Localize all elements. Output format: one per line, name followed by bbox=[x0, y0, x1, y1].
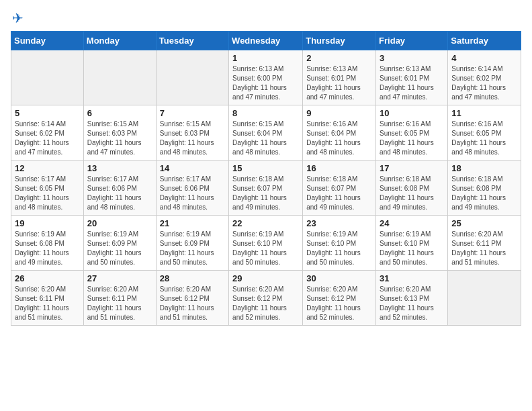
calendar-cell: 9Sunrise: 6:16 AM Sunset: 6:04 PM Daylig… bbox=[303, 105, 376, 161]
day-number: 23 bbox=[306, 218, 372, 228]
calendar-cell: 14Sunrise: 6:17 AM Sunset: 6:06 PM Dayli… bbox=[156, 161, 228, 216]
day-number: 27 bbox=[87, 273, 152, 283]
day-info: Sunrise: 6:13 AM Sunset: 6:00 PM Dayligh… bbox=[232, 64, 299, 102]
calendar-week-3: 12Sunrise: 6:17 AM Sunset: 6:05 PM Dayli… bbox=[11, 161, 521, 216]
day-number: 7 bbox=[160, 108, 225, 118]
calendar-cell: 15Sunrise: 6:18 AM Sunset: 6:07 PM Dayli… bbox=[229, 161, 303, 216]
day-info: Sunrise: 6:16 AM Sunset: 6:04 PM Dayligh… bbox=[306, 120, 372, 157]
day-number: 5 bbox=[15, 108, 80, 118]
calendar-week-5: 26Sunrise: 6:20 AM Sunset: 6:11 PM Dayli… bbox=[11, 271, 521, 326]
calendar-cell: 11Sunrise: 6:16 AM Sunset: 6:05 PM Dayli… bbox=[448, 105, 521, 161]
day-info: Sunrise: 6:16 AM Sunset: 6:05 PM Dayligh… bbox=[451, 120, 517, 157]
day-number: 2 bbox=[306, 53, 372, 63]
day-info: Sunrise: 6:19 AM Sunset: 6:10 PM Dayligh… bbox=[232, 230, 299, 267]
calendar-cell: 19Sunrise: 6:19 AM Sunset: 6:08 PM Dayli… bbox=[11, 216, 84, 271]
day-number: 9 bbox=[306, 108, 372, 118]
day-info: Sunrise: 6:20 AM Sunset: 6:12 PM Dayligh… bbox=[306, 285, 372, 322]
day-info: Sunrise: 6:20 AM Sunset: 6:11 PM Dayligh… bbox=[87, 285, 152, 322]
day-number: 26 bbox=[15, 273, 80, 283]
day-info: Sunrise: 6:18 AM Sunset: 6:08 PM Dayligh… bbox=[380, 175, 444, 212]
weekday-header-saturday: Saturday bbox=[448, 32, 521, 50]
day-number: 1 bbox=[232, 53, 299, 63]
day-number: 11 bbox=[451, 108, 517, 118]
day-info: Sunrise: 6:19 AM Sunset: 6:10 PM Dayligh… bbox=[306, 230, 372, 267]
day-number: 13 bbox=[87, 163, 152, 173]
day-number: 10 bbox=[380, 108, 444, 118]
calendar-cell: 1Sunrise: 6:13 AM Sunset: 6:00 PM Daylig… bbox=[229, 50, 303, 105]
day-info: Sunrise: 6:17 AM Sunset: 6:05 PM Dayligh… bbox=[15, 175, 80, 212]
weekday-header-tuesday: Tuesday bbox=[156, 32, 228, 50]
calendar-cell: 5Sunrise: 6:14 AM Sunset: 6:02 PM Daylig… bbox=[11, 105, 84, 161]
day-info: Sunrise: 6:19 AM Sunset: 6:09 PM Dayligh… bbox=[87, 230, 152, 267]
day-number: 12 bbox=[15, 163, 80, 173]
calendar-cell: 6Sunrise: 6:15 AM Sunset: 6:03 PM Daylig… bbox=[83, 105, 156, 161]
calendar-cell: 12Sunrise: 6:17 AM Sunset: 6:05 PM Dayli… bbox=[11, 161, 84, 216]
day-info: Sunrise: 6:17 AM Sunset: 6:06 PM Dayligh… bbox=[87, 175, 152, 212]
day-info: Sunrise: 6:19 AM Sunset: 6:08 PM Dayligh… bbox=[15, 230, 80, 267]
calendar-cell: 30Sunrise: 6:20 AM Sunset: 6:12 PM Dayli… bbox=[303, 271, 376, 326]
weekday-header-wednesday: Wednesday bbox=[229, 32, 303, 50]
day-number: 4 bbox=[451, 53, 517, 63]
calendar-cell: 27Sunrise: 6:20 AM Sunset: 6:11 PM Dayli… bbox=[83, 271, 156, 326]
day-info: Sunrise: 6:15 AM Sunset: 6:03 PM Dayligh… bbox=[87, 120, 152, 157]
day-info: Sunrise: 6:14 AM Sunset: 6:02 PM Dayligh… bbox=[451, 64, 517, 102]
calendar-cell: 16Sunrise: 6:18 AM Sunset: 6:07 PM Dayli… bbox=[303, 161, 376, 216]
calendar-cell: 21Sunrise: 6:19 AM Sunset: 6:09 PM Dayli… bbox=[156, 216, 228, 271]
day-number: 6 bbox=[87, 108, 152, 118]
calendar-cell: 18Sunrise: 6:18 AM Sunset: 6:08 PM Dayli… bbox=[448, 161, 521, 216]
day-number: 20 bbox=[87, 218, 152, 228]
calendar-cell: 7Sunrise: 6:15 AM Sunset: 6:03 PM Daylig… bbox=[156, 105, 228, 161]
day-number: 8 bbox=[232, 108, 299, 118]
calendar-cell: 29Sunrise: 6:20 AM Sunset: 6:12 PM Dayli… bbox=[229, 271, 303, 326]
day-number: 29 bbox=[232, 273, 299, 283]
day-info: Sunrise: 6:20 AM Sunset: 6:13 PM Dayligh… bbox=[380, 285, 444, 322]
calendar-cell: 13Sunrise: 6:17 AM Sunset: 6:06 PM Dayli… bbox=[83, 161, 156, 216]
weekday-header-thursday: Thursday bbox=[303, 32, 376, 50]
day-info: Sunrise: 6:16 AM Sunset: 6:05 PM Dayligh… bbox=[380, 120, 444, 157]
calendar-cell: 10Sunrise: 6:16 AM Sunset: 6:05 PM Dayli… bbox=[376, 105, 448, 161]
calendar-body: 1Sunrise: 6:13 AM Sunset: 6:00 PM Daylig… bbox=[11, 50, 521, 326]
calendar-week-4: 19Sunrise: 6:19 AM Sunset: 6:08 PM Dayli… bbox=[11, 216, 521, 271]
calendar-cell: 31Sunrise: 6:20 AM Sunset: 6:13 PM Dayli… bbox=[376, 271, 448, 326]
calendar-cell: 22Sunrise: 6:19 AM Sunset: 6:10 PM Dayli… bbox=[229, 216, 303, 271]
day-number: 24 bbox=[380, 218, 444, 228]
calendar-cell: 25Sunrise: 6:20 AM Sunset: 6:11 PM Dayli… bbox=[448, 216, 521, 271]
calendar-cell: 3Sunrise: 6:13 AM Sunset: 6:01 PM Daylig… bbox=[376, 50, 448, 105]
calendar-week-2: 5Sunrise: 6:14 AM Sunset: 6:02 PM Daylig… bbox=[11, 105, 521, 161]
calendar-cell bbox=[156, 50, 228, 105]
day-number: 19 bbox=[15, 218, 80, 228]
day-number: 18 bbox=[451, 163, 517, 173]
calendar-cell bbox=[11, 50, 84, 105]
weekday-header-row: SundayMondayTuesdayWednesdayThursdayFrid… bbox=[11, 32, 521, 50]
day-number: 30 bbox=[306, 273, 372, 283]
day-info: Sunrise: 6:20 AM Sunset: 6:11 PM Dayligh… bbox=[451, 230, 517, 267]
day-info: Sunrise: 6:18 AM Sunset: 6:07 PM Dayligh… bbox=[232, 175, 299, 212]
day-info: Sunrise: 6:20 AM Sunset: 6:11 PM Dayligh… bbox=[15, 285, 80, 322]
calendar-cell bbox=[448, 271, 521, 326]
calendar-cell: 4Sunrise: 6:14 AM Sunset: 6:02 PM Daylig… bbox=[448, 50, 521, 105]
calendar-cell: 17Sunrise: 6:18 AM Sunset: 6:08 PM Dayli… bbox=[376, 161, 448, 216]
logo-bird-icon: ✈ bbox=[12, 11, 24, 26]
weekday-header-friday: Friday bbox=[376, 32, 448, 50]
calendar-cell: 24Sunrise: 6:19 AM Sunset: 6:10 PM Dayli… bbox=[376, 216, 448, 271]
day-info: Sunrise: 6:13 AM Sunset: 6:01 PM Dayligh… bbox=[380, 64, 444, 102]
calendar-cell: 26Sunrise: 6:20 AM Sunset: 6:11 PM Dayli… bbox=[11, 271, 84, 326]
day-number: 28 bbox=[160, 273, 225, 283]
day-info: Sunrise: 6:19 AM Sunset: 6:09 PM Dayligh… bbox=[160, 230, 225, 267]
logo: ✈ bbox=[11, 11, 24, 26]
day-info: Sunrise: 6:20 AM Sunset: 6:12 PM Dayligh… bbox=[232, 285, 299, 322]
calendar-cell: 23Sunrise: 6:19 AM Sunset: 6:10 PM Dayli… bbox=[303, 216, 376, 271]
day-number: 17 bbox=[380, 163, 444, 173]
page-header: ✈ bbox=[11, 11, 521, 26]
weekday-header-monday: Monday bbox=[83, 32, 156, 50]
calendar-cell bbox=[83, 50, 156, 105]
day-info: Sunrise: 6:18 AM Sunset: 6:08 PM Dayligh… bbox=[451, 175, 517, 212]
calendar-cell: 8Sunrise: 6:15 AM Sunset: 6:04 PM Daylig… bbox=[229, 105, 303, 161]
day-number: 16 bbox=[306, 163, 372, 173]
day-info: Sunrise: 6:13 AM Sunset: 6:01 PM Dayligh… bbox=[306, 64, 372, 102]
day-number: 15 bbox=[232, 163, 299, 173]
calendar-week-1: 1Sunrise: 6:13 AM Sunset: 6:00 PM Daylig… bbox=[11, 50, 521, 105]
day-info: Sunrise: 6:18 AM Sunset: 6:07 PM Dayligh… bbox=[306, 175, 372, 212]
calendar-cell: 20Sunrise: 6:19 AM Sunset: 6:09 PM Dayli… bbox=[83, 216, 156, 271]
day-number: 25 bbox=[451, 218, 517, 228]
